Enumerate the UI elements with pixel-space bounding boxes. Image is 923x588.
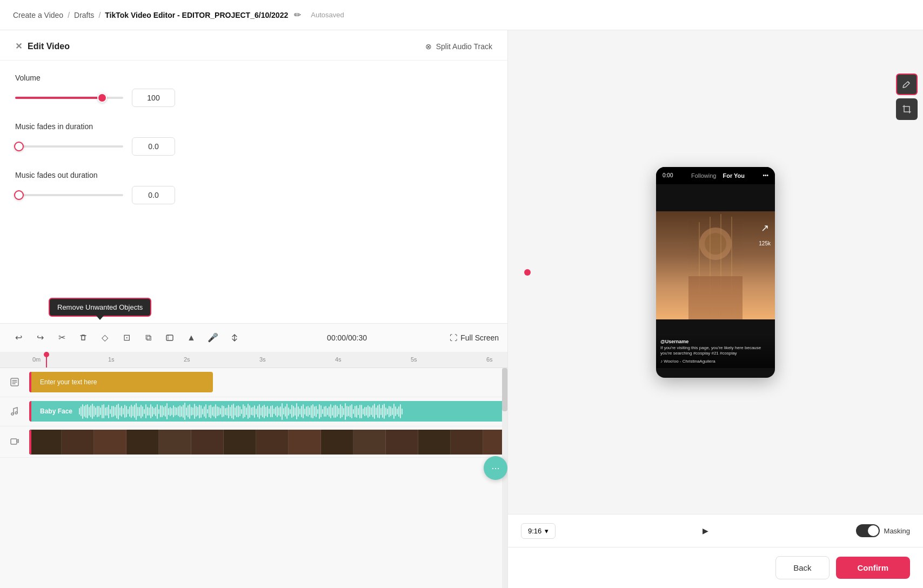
video-left-border — [29, 430, 31, 455]
svg-point-2 — [11, 413, 14, 415]
phone-share-icon: ↗ — [761, 222, 769, 234]
scrollbar-thumb[interactable] — [502, 368, 507, 411]
text-track-block[interactable]: Enter your text here — [29, 372, 213, 392]
volume-input[interactable] — [132, 89, 175, 107]
aspect-ratio-select[interactable]: 9:16 ▾ — [521, 523, 556, 539]
erase-button[interactable]: ◇ — [95, 328, 115, 348]
toggle-knob — [868, 525, 879, 536]
fade-out-label: Music fades out duration — [15, 171, 492, 179]
fade-in-thumb[interactable] — [14, 142, 24, 151]
pip-button[interactable]: ⧉ — [138, 328, 158, 348]
fullscreen-button[interactable]: ⛶ Full Screen — [450, 333, 499, 342]
text-track-left-border — [29, 372, 31, 392]
breadcrumb-drafts[interactable]: Drafts — [74, 11, 94, 19]
audio-track-label: Baby Face — [36, 407, 72, 415]
edit-video-header: ✕ Edit Video ⊗ Split Audio Track — [0, 30, 507, 61]
phone-video: ↗ 125k — [656, 211, 775, 319]
phone-music: ♪ Woo!oo - ChristinaAguilera — [660, 359, 771, 364]
remove-objects-tooltip: Remove Unwanted Objects — [49, 298, 151, 317]
edit-title-icon[interactable]: ✏ — [292, 10, 302, 20]
fade-out-thumb[interactable] — [14, 190, 24, 200]
volume-slider-row — [15, 89, 492, 107]
split-audio-icon: ⊗ — [425, 42, 432, 51]
cover-button[interactable] — [160, 328, 179, 348]
header: Create a Video / Drafts / TikTok Video E… — [0, 0, 923, 30]
main-layout: ✕ Edit Video ⊗ Split Audio Track Volume — [0, 30, 923, 588]
back-button[interactable]: Back — [775, 556, 829, 579]
audio-split-button[interactable] — [225, 328, 244, 348]
fade-out-slider[interactable] — [15, 190, 123, 201]
text-track-label: Enter your text here — [36, 378, 97, 386]
phone-icons: ••• — [763, 172, 768, 178]
phone-top-bar: 0:00 Following For You ••• — [656, 167, 775, 184]
breadcrumb-sep2: / — [98, 11, 101, 19]
fade-in-input[interactable] — [132, 137, 175, 156]
video-track-content[interactable] — [29, 427, 507, 456]
audio-track-row: Baby Face — [0, 397, 507, 426]
ruler-2s: 2s — [184, 356, 259, 363]
timeline-area: 0m 1s 2s 3s 4s 5s 6s — [0, 352, 507, 589]
waveform — [79, 404, 507, 419]
fade-out-group: Music fades out duration — [15, 171, 492, 204]
audio-track-block[interactable]: Baby Face — [29, 401, 507, 422]
edit-video-label: Edit Video — [28, 42, 70, 51]
phone-username: @Username — [660, 339, 771, 344]
breadcrumb-project: TikTok Video Editor - EDITOR_PROJECT_6/1… — [105, 11, 288, 19]
chat-bubble[interactable]: ··· — [484, 456, 507, 480]
svg-point-6 — [705, 233, 726, 255]
confirm-button[interactable]: Confirm — [836, 557, 911, 579]
phone-preview: 0:00 Following For You ••• Enter your te… — [656, 167, 775, 378]
cover2-button[interactable]: ▲ — [182, 328, 201, 348]
preview-controls: 9:16 ▾ ▶ Masking — [508, 514, 923, 547]
edit-video-title-group: ✕ Edit Video — [15, 41, 70, 51]
breadcrumb-create[interactable]: Create a Video — [13, 11, 63, 19]
split-audio-button[interactable]: ⊗ Split Audio Track — [425, 42, 492, 51]
crop-button[interactable]: ⊡ — [117, 328, 136, 348]
ruler-5s: 5s — [411, 356, 486, 363]
ruler-3s: 3s — [259, 356, 335, 363]
svg-rect-4 — [11, 439, 17, 444]
video-track-block[interactable] — [29, 430, 507, 455]
left-panel: ✕ Edit Video ⊗ Split Audio Track Volume — [0, 30, 508, 588]
timeline-toolbar: Remove Unwanted Objects ↩ ↪ ✂ ◇ ⊡ ⧉ ▲ 🎤 — [0, 323, 507, 352]
side-icon-buttons — [896, 74, 918, 120]
chevron-down-icon: ▾ — [545, 527, 549, 535]
pen-tool-button[interactable] — [896, 74, 918, 95]
svg-rect-0 — [166, 335, 173, 340]
phone-tab-following[interactable]: Following — [691, 172, 716, 179]
fade-out-input[interactable] — [132, 186, 175, 204]
phone-tab-foryou[interactable]: For You — [723, 172, 745, 179]
red-dot-indicator — [524, 269, 531, 276]
masking-switch[interactable] — [856, 524, 880, 537]
voice-button[interactable]: 🎤 — [203, 328, 223, 348]
phone-tabs: Following For You — [691, 172, 745, 179]
crop-tool-button[interactable] — [896, 98, 918, 120]
fade-in-label: Music fades in duration — [15, 122, 492, 131]
undo-button[interactable]: ↩ — [9, 328, 28, 348]
preview-area: 0:00 Following For You ••• Enter your te… — [508, 30, 923, 514]
text-track-content[interactable]: Enter your text here — [29, 370, 507, 395]
footer-area: Back Confirm — [508, 547, 923, 588]
right-panel: 0:00 Following For You ••• Enter your te… — [508, 30, 923, 588]
split-audio-label: Split Audio Track — [436, 42, 492, 51]
close-edit-button[interactable]: ✕ — [15, 41, 22, 51]
autosaved-status: Autosaved — [311, 11, 344, 19]
video-thumbnails — [29, 430, 507, 455]
masking-toggle: Masking — [856, 524, 910, 537]
delete-button[interactable] — [73, 328, 93, 348]
breadcrumb-sep1: / — [68, 11, 70, 19]
timeline-scrollbar[interactable] — [502, 368, 507, 589]
audio-track-icon — [0, 406, 29, 416]
fade-in-slider[interactable] — [15, 141, 123, 152]
volume-slider[interactable] — [15, 92, 123, 103]
play-button[interactable]: ▶ — [696, 521, 715, 540]
ruler-1s: 1s — [108, 356, 184, 363]
fullscreen-icon: ⛶ — [450, 333, 457, 342]
svg-rect-11 — [688, 276, 743, 319]
redo-button[interactable]: ↪ — [30, 328, 50, 348]
audio-track-content[interactable]: Baby Face — [29, 399, 507, 424]
volume-thumb[interactable] — [97, 93, 107, 103]
volume-group: Volume — [15, 74, 492, 107]
cut-button[interactable]: ✂ — [52, 328, 71, 348]
text-track-icon — [0, 377, 29, 387]
